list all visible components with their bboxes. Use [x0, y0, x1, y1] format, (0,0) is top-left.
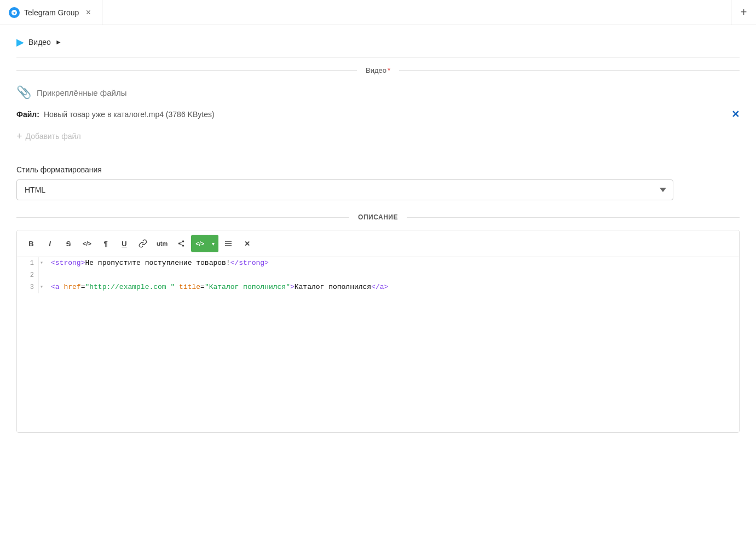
- strikethrough-button[interactable]: S: [60, 235, 77, 252]
- file-info: Файл: Новый товар уже в каталоге!.mp4 (3…: [16, 110, 215, 119]
- code-editor[interactable]: 1 ▾ <strong>Не пропустите поступление то…: [17, 257, 739, 432]
- main-content: ▶ Видео ► Видео* 📎 Прикреплённые файлы Ф…: [0, 25, 756, 539]
- line-arrow-1: ▾: [39, 257, 47, 269]
- telegram-icon: [9, 7, 20, 18]
- add-file-button[interactable]: + Добавить файл: [16, 129, 740, 143]
- tab-close-button[interactable]: ×: [83, 8, 93, 18]
- code-line-2: 2: [17, 269, 739, 281]
- code-view-dropdown[interactable]: ▾: [209, 235, 218, 252]
- file-item: Файл: Новый товар уже в каталоге!.mp4 (3…: [16, 108, 740, 120]
- style-format-label: Стиль форматирования: [16, 165, 740, 174]
- link-button[interactable]: [134, 235, 152, 252]
- paragraph-button[interactable]: ¶: [97, 235, 114, 252]
- add-file-plus-icon: +: [16, 131, 22, 141]
- new-tab-button[interactable]: +: [731, 0, 756, 25]
- bold-button[interactable]: B: [22, 235, 40, 252]
- line-content-1: <strong>Не пропустите поступление товаро…: [47, 257, 739, 269]
- indent-button[interactable]: [220, 235, 237, 252]
- code-line-1: 1 ▾ <strong>Не пропустите поступление то…: [17, 257, 739, 269]
- underline-button[interactable]: U: [116, 235, 133, 252]
- editor-toolbar: B I S </> ¶ U utm: [17, 230, 739, 257]
- line-arrow-3: ▾: [39, 281, 47, 293]
- code-view-group: </> ▾: [191, 235, 218, 252]
- file-remove-button[interactable]: ✕: [731, 108, 740, 120]
- share-button[interactable]: [172, 235, 190, 252]
- file-name: Новый товар уже в каталоге!.mp4 (3786 KB…: [44, 110, 215, 119]
- line-number-3: 3: [17, 281, 39, 293]
- description-label: ОПИСАНИЕ: [349, 213, 407, 221]
- add-file-label: Добавить файл: [26, 132, 81, 141]
- attached-files-header: 📎 Прикреплённые файлы: [16, 85, 740, 100]
- line-number-1: 1: [17, 257, 39, 269]
- line-content-3: <a href="http://example.com " title="Кат…: [47, 281, 739, 293]
- video-divider-label: Видео*: [357, 66, 399, 74]
- code-inline-button[interactable]: </>: [78, 235, 96, 252]
- file-prefix-label: Файл:: [16, 110, 39, 119]
- utm-button[interactable]: utm: [153, 235, 171, 252]
- editor-container: B I S </> ¶ U utm: [16, 230, 740, 433]
- code-line-3: 3 ▾ <a href="http://example.com " title=…: [17, 281, 739, 293]
- style-format-select[interactable]: HTML Markdown Plain Text: [16, 179, 673, 200]
- video-section-divider: Видео*: [16, 66, 740, 74]
- expand-arrow: ►: [55, 38, 62, 46]
- description-divider: ОПИСАНИЕ: [16, 213, 740, 221]
- style-section: Стиль форматирования HTML Markdown Plain…: [16, 165, 740, 200]
- clear-format-button[interactable]: ✕: [238, 235, 256, 252]
- required-star: *: [388, 66, 390, 74]
- description-section: ОПИСАНИЕ B I S </> ¶ U utm: [16, 213, 740, 433]
- code-view-button[interactable]: </>: [191, 235, 209, 252]
- attached-files-label: Прикреплённые файлы: [37, 88, 126, 97]
- telegram-group-tab[interactable]: Telegram Group ×: [0, 0, 102, 25]
- paperclip-icon: 📎: [16, 85, 31, 100]
- italic-button[interactable]: I: [41, 235, 59, 252]
- line-number-2: 2: [17, 269, 39, 281]
- tab-label: Telegram Group: [24, 8, 79, 17]
- tab-bar: Telegram Group × +: [0, 0, 756, 25]
- video-header: ▶ Видео ►: [16, 36, 740, 57]
- video-label: Видео: [28, 38, 51, 47]
- play-icon: ▶: [16, 36, 24, 48]
- line-content-2: [47, 269, 739, 281]
